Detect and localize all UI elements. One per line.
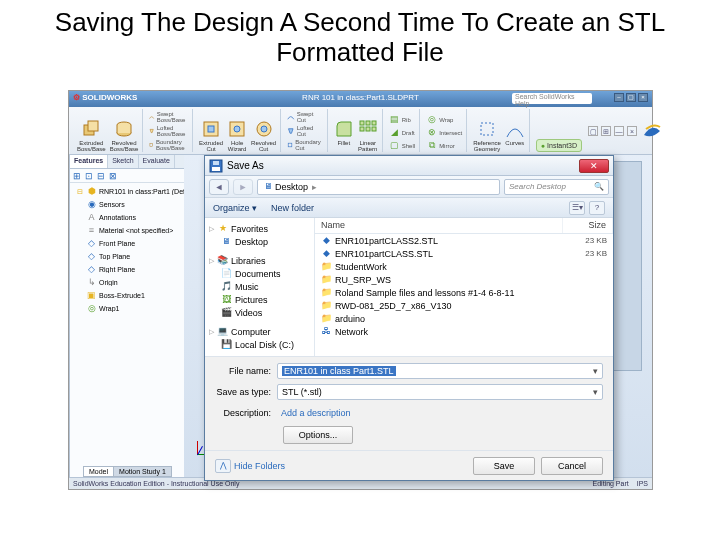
list-item[interactable]: ◆ENR101partCLASS2.STL23 KB xyxy=(315,234,613,247)
hole-wizard-button[interactable]: Hole Wizard xyxy=(227,119,247,152)
viewport-single-icon[interactable]: ▢ xyxy=(588,126,598,136)
dassault-logo-icon xyxy=(640,119,664,143)
description-input[interactable]: Add a description xyxy=(277,405,603,421)
status-units[interactable]: IPS xyxy=(637,480,648,487)
revolved-boss-button[interactable]: Revolved Boss/Base xyxy=(110,119,139,152)
list-item[interactable]: ◆ENR101partCLASS.STL23 KB xyxy=(315,247,613,260)
column-size[interactable]: Size xyxy=(563,218,613,233)
saveastype-select[interactable]: STL (*.stl) xyxy=(277,384,603,400)
tab-model[interactable]: Model xyxy=(83,466,114,477)
sidebar-music[interactable]: 🎵Music xyxy=(207,280,312,293)
bottom-tabs: Model Motion Study 1 xyxy=(83,466,171,477)
instant3d-button[interactable]: Instant3D xyxy=(536,139,582,152)
sidebar-documents[interactable]: 📄Documents xyxy=(207,267,312,280)
viewport-split-icon[interactable]: ⊞ xyxy=(601,126,611,136)
nav-forward-button[interactable]: ► xyxy=(233,179,253,195)
tree-right-plane[interactable]: ◇Right Plane xyxy=(72,263,193,276)
sidebar-libraries[interactable]: 📚Libraries xyxy=(207,254,312,267)
list-item[interactable]: 📁Roland Sample files and lessons #1-4 6-… xyxy=(315,286,613,299)
dialog-fields: File name: ENR101 in class Part1.STL Sav… xyxy=(205,356,613,450)
svg-rect-16 xyxy=(372,127,376,131)
swept-boss-button[interactable]: Swept Boss/Base xyxy=(149,110,188,124)
column-name[interactable]: Name xyxy=(315,218,563,233)
draft-button[interactable]: ◢Draft xyxy=(389,126,415,139)
svg-point-9 xyxy=(261,126,267,132)
help-button[interactable]: ? xyxy=(589,201,605,215)
tree-wrap[interactable]: ◎Wrap1 xyxy=(72,302,193,315)
reference-geometry-button[interactable]: Reference Geometry xyxy=(473,119,501,152)
breadcrumb[interactable]: 🖥 Desktop ▸ xyxy=(257,179,500,195)
svg-rect-20 xyxy=(213,161,219,165)
boundary-boss-button[interactable]: Boundary Boss/Base xyxy=(149,138,188,152)
tree-front-plane[interactable]: ◇Front Plane xyxy=(72,237,193,250)
close-button[interactable]: × xyxy=(638,93,648,102)
wrap-button[interactable]: ◎Wrap xyxy=(426,113,453,126)
status-editing: Editing Part xyxy=(593,480,629,487)
view-options-button[interactable]: ☰▾ xyxy=(569,201,585,215)
filename-input[interactable]: ENR101 in class Part1.STL xyxy=(277,363,603,379)
tree-annotations[interactable]: AAnnotations xyxy=(72,211,193,224)
cancel-button[interactable]: Cancel xyxy=(541,457,603,475)
viewport-expand-icon[interactable]: — xyxy=(614,126,624,136)
fillet-button[interactable]: Fillet xyxy=(334,119,354,152)
nav-back-button[interactable]: ◄ xyxy=(209,179,229,195)
shell-button[interactable]: ▢Shell xyxy=(389,139,415,152)
sidebar-computer[interactable]: 💻Computer xyxy=(207,325,312,338)
swept-cut-button[interactable]: Swept Cut xyxy=(287,110,323,124)
sidebar-favorites[interactable]: ★Favorites xyxy=(207,222,312,235)
sidebar-pictures[interactable]: 🖼Pictures xyxy=(207,293,312,306)
list-item[interactable]: 📁RU_SRP_WS xyxy=(315,273,613,286)
mirror-button[interactable]: ⧉Mirror xyxy=(426,139,455,152)
minimize-button[interactable]: – xyxy=(614,93,624,102)
sidebar-videos[interactable]: 🎬Videos xyxy=(207,306,312,319)
dialog-toolbar: Organize ▾ New folder ☰▾ ? xyxy=(205,198,613,218)
lofted-cut-button[interactable]: Lofted Cut xyxy=(287,124,323,138)
list-item[interactable]: 📁RWD-081_25D_7_x86_V130 xyxy=(315,299,613,312)
boundary-cut-button[interactable]: Boundary Cut xyxy=(287,138,323,152)
tree-material[interactable]: ≡Material <not specified> xyxy=(72,224,193,237)
list-item[interactable]: 📁arduino xyxy=(315,312,613,325)
tab-evaluate[interactable]: Evaluate xyxy=(139,155,175,168)
file-list-header: Name Size xyxy=(315,218,613,234)
viewport-close-icon[interactable]: × xyxy=(627,126,637,136)
rib-button[interactable]: ▤Rib xyxy=(389,113,411,126)
fm-icon[interactable]: ⊠ xyxy=(108,171,118,181)
organize-menu[interactable]: Organize ▾ xyxy=(213,203,257,213)
tree-origin[interactable]: ↳Origin xyxy=(72,276,193,289)
ribbon-group-features2: ▤Rib ◢Draft ▢Shell xyxy=(385,109,420,152)
search-help-input[interactable]: Search SolidWorks Help xyxy=(512,93,592,104)
extruded-cut-button[interactable]: Extruded Cut xyxy=(199,119,223,152)
options-button[interactable]: Options... xyxy=(283,426,353,444)
breadcrumb-desktop[interactable]: Desktop xyxy=(273,182,310,192)
save-button[interactable]: Save xyxy=(473,457,535,475)
list-item[interactable]: 📁StudentWork xyxy=(315,260,613,273)
tab-features[interactable]: Features xyxy=(70,155,108,168)
ribbon-group-features: Fillet Linear Pattern xyxy=(330,109,383,152)
tree-sensors[interactable]: ◉Sensors xyxy=(72,198,193,211)
fm-icon[interactable]: ⊞ xyxy=(72,171,82,181)
fm-icon[interactable]: ⊡ xyxy=(84,171,94,181)
maximize-button[interactable]: ▢ xyxy=(626,93,636,102)
intersect-button[interactable]: ⊗Intersect xyxy=(426,126,462,139)
new-folder-button[interactable]: New folder xyxy=(271,203,314,213)
sidebar-localdisk[interactable]: 💾Local Disk (C:) xyxy=(207,338,312,351)
revolved-cut-button[interactable]: Revolved Cut xyxy=(251,119,276,152)
ribbon-group-features3: ◎Wrap ⊗Intersect ⧉Mirror xyxy=(422,109,467,152)
lofted-boss-button[interactable]: Lofted Boss/Base xyxy=(149,124,188,138)
search-input[interactable]: Search Desktop xyxy=(504,179,609,195)
extruded-boss-button[interactable]: Extruded Boss/Base xyxy=(77,119,106,152)
hide-folders-button[interactable]: Hide Folders xyxy=(215,459,285,473)
tree-top-plane[interactable]: ◇Top Plane xyxy=(72,250,193,263)
linear-pattern-button[interactable]: Linear Pattern xyxy=(358,119,378,152)
sidebar-desktop[interactable]: 🖥Desktop xyxy=(207,235,312,248)
ribbon-group-cut-adv: Swept Cut Lofted Cut Boundary Cut xyxy=(283,109,328,152)
dialog-close-button[interactable]: ✕ xyxy=(579,159,609,173)
svg-rect-10 xyxy=(288,143,292,147)
tree-boss-extrude[interactable]: ▣Boss-Extrude1 xyxy=(72,289,193,302)
tab-sketch[interactable]: Sketch xyxy=(108,155,138,168)
curves-button[interactable]: Curves xyxy=(505,119,525,152)
fm-icon[interactable]: ⊟ xyxy=(96,171,106,181)
tab-motion-study[interactable]: Motion Study 1 xyxy=(113,466,172,477)
list-item[interactable]: 🖧Network xyxy=(315,325,613,338)
tree-root[interactable]: ⊟⬢RNR101 in class:Part1 (Defau xyxy=(72,185,193,198)
